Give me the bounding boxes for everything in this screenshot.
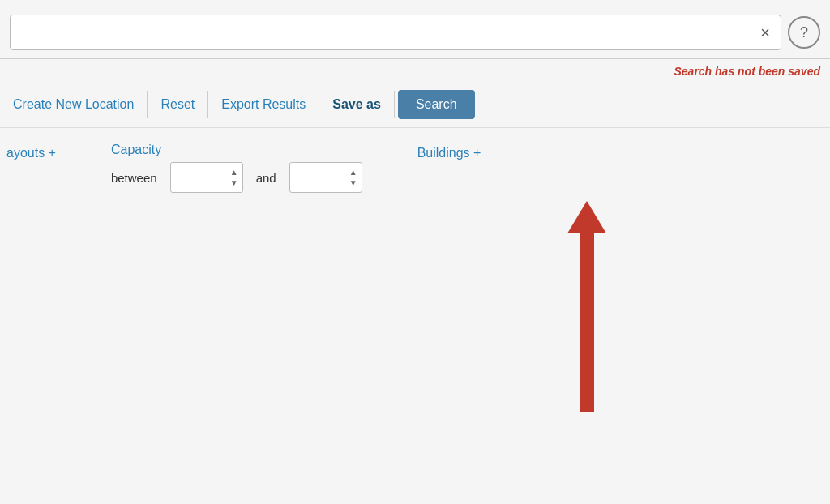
arrow-shaft: [580, 233, 594, 412]
capacity-max-up[interactable]: ▲: [349, 168, 358, 177]
buildings-button[interactable]: Buildings +: [411, 143, 488, 164]
export-results-button[interactable]: Export Results: [208, 91, 319, 118]
actions-row: Create New Location Reset Export Results…: [0, 82, 830, 128]
search-input[interactable]: [10, 15, 781, 50]
capacity-min-down[interactable]: ▼: [229, 178, 239, 188]
filter-row: ayouts + Capacity between ▲ ▼ and ▲: [0, 128, 830, 207]
capacity-section: Capacity between ▲ ▼ and ▲ ▼: [111, 143, 362, 193]
search-button[interactable]: Search: [398, 90, 475, 119]
capacity-min-up[interactable]: ▲: [229, 168, 239, 177]
search-bar-row: × ?: [0, 0, 830, 59]
save-as-button[interactable]: Save as: [319, 91, 395, 118]
help-button[interactable]: ?: [788, 16, 820, 49]
create-new-location-button[interactable]: Create New Location: [0, 91, 148, 118]
main-container: × ? Search has not been saved Create New…: [0, 0, 830, 504]
capacity-max-field[interactable]: [297, 171, 341, 184]
clear-button[interactable]: ×: [757, 23, 773, 42]
not-saved-status: Search has not been saved: [674, 65, 820, 78]
capacity-min-field[interactable]: [178, 171, 222, 184]
annotation-arrow: [567, 201, 606, 412]
help-icon: ?: [800, 24, 808, 41]
between-label: between: [111, 171, 157, 185]
capacity-max-down[interactable]: ▼: [349, 178, 358, 188]
search-input-wrapper: ×: [10, 15, 781, 50]
reset-button[interactable]: Reset: [148, 91, 208, 118]
capacity-min-arrows: ▲ ▼: [229, 165, 239, 190]
and-label: and: [256, 171, 276, 185]
capacity-label: Capacity: [111, 143, 362, 157]
not-saved-row: Search has not been saved: [0, 59, 830, 82]
capacity-max-input[interactable]: ▲ ▼: [289, 162, 362, 193]
capacity-max-arrows: ▲ ▼: [349, 165, 358, 190]
capacity-min-input[interactable]: ▲ ▼: [170, 162, 243, 193]
capacity-inputs: between ▲ ▼ and ▲ ▼: [111, 162, 362, 193]
layouts-button[interactable]: ayouts +: [0, 143, 62, 164]
